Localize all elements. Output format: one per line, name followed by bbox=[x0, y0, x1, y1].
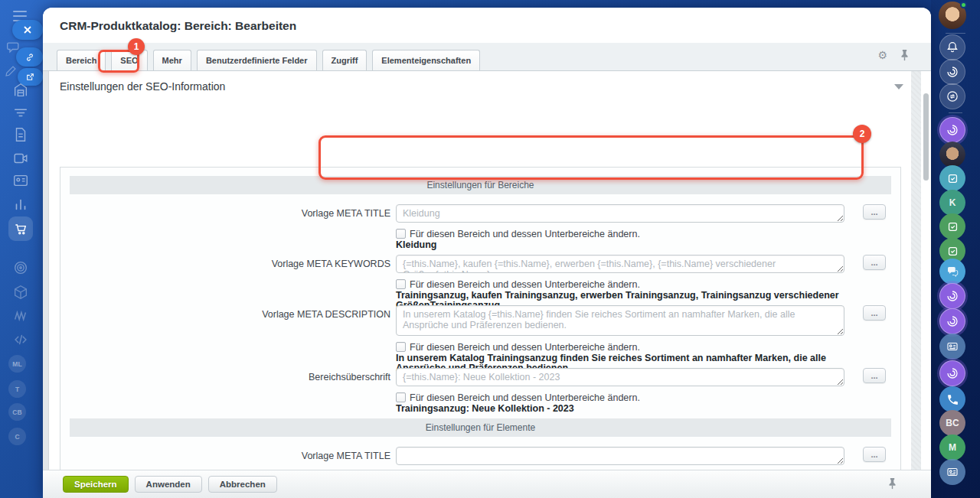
computed-preview: In unserem Katalog Trainingsanzug finden… bbox=[396, 353, 844, 363]
catalog-cube-icon[interactable] bbox=[12, 284, 29, 301]
chat-k[interactable]: K bbox=[939, 190, 965, 216]
open-in-new-icon bbox=[25, 72, 35, 82]
tab-mehr[interactable]: Mehr bbox=[153, 50, 191, 70]
checkbox[interactable] bbox=[396, 279, 406, 289]
apply-to-subsections-checkbox-row[interactable]: Für diesen Bereich und dessen Unterberei… bbox=[396, 392, 844, 402]
apply-to-subsections-checkbox-row[interactable]: Für diesen Bereich und dessen Unterberei… bbox=[396, 342, 844, 352]
pin-icon[interactable] bbox=[887, 477, 897, 490]
checkbox[interactable] bbox=[396, 342, 406, 352]
tab-benutzerdefinierte-felder[interactable]: Benutzerdefinierte Felder bbox=[197, 50, 317, 70]
copy-link-button[interactable] bbox=[16, 47, 43, 67]
background-slider-edge bbox=[911, 71, 921, 498]
more-button[interactable]: ... bbox=[863, 305, 886, 321]
edit-icon bbox=[4, 64, 18, 78]
contacts-icon[interactable] bbox=[12, 172, 29, 189]
store-icon[interactable] bbox=[12, 82, 29, 99]
bell-icon bbox=[946, 41, 959, 54]
more-button[interactable]: ... bbox=[863, 447, 886, 462]
field-row-meta-title: Vorlage META TITLE Für diesen Bereich un… bbox=[70, 204, 891, 250]
section-heading-input[interactable] bbox=[396, 368, 844, 386]
footer-bar: Speichern Anwenden Abbrechen bbox=[43, 470, 931, 498]
slider-panel: CRM-Produktkatalog: Bereich: Bearbeiten … bbox=[43, 8, 931, 498]
avatar-initials: CB bbox=[12, 408, 21, 416]
apply-to-subsections-checkbox-row[interactable]: Für diesen Bereich und dessen Unterberei… bbox=[396, 279, 844, 289]
checkbox-label: Für diesen Bereich und dessen Unterberei… bbox=[410, 392, 640, 403]
collapse-arrow-icon[interactable] bbox=[894, 84, 903, 90]
feed-icon[interactable] bbox=[12, 104, 29, 121]
copilot-button[interactable] bbox=[939, 59, 965, 85]
pin-icon[interactable] bbox=[900, 49, 910, 61]
more-button[interactable]: ... bbox=[863, 255, 886, 270]
crm-chat-2[interactable] bbox=[939, 459, 965, 485]
left-avatar-ml[interactable]: ML bbox=[8, 355, 26, 373]
meta-title-input[interactable] bbox=[396, 204, 844, 223]
link-icon bbox=[24, 52, 35, 63]
chat-history-button[interactable] bbox=[939, 83, 965, 109]
copilot-chat-2[interactable] bbox=[939, 283, 965, 309]
seo-form: Einstellungen für Bereiche Vorlage META … bbox=[60, 167, 901, 470]
checkbox-label: Für diesen Bereich und dessen Unterberei… bbox=[410, 279, 640, 290]
copilot-chat[interactable] bbox=[939, 117, 965, 143]
marketing-icon[interactable] bbox=[12, 308, 29, 324]
more-button[interactable]: ... bbox=[863, 368, 886, 383]
chat-initial: M bbox=[949, 442, 956, 453]
checkbox-label: Für diesen Bereich und dessen Unterberei… bbox=[410, 342, 640, 353]
field-row-element-meta-title: Vorlage META TITLE Für Elemente dieses B… bbox=[70, 447, 891, 470]
video-icon[interactable] bbox=[12, 150, 29, 167]
analytics-icon[interactable] bbox=[12, 196, 29, 213]
crm-card-icon bbox=[946, 340, 959, 353]
field-label: Vorlage META KEYWORDS bbox=[70, 255, 396, 269]
crm-target-icon[interactable] bbox=[12, 259, 29, 276]
save-button[interactable]: Speichern bbox=[63, 476, 129, 493]
crm-chat[interactable] bbox=[939, 334, 965, 360]
meta-description-input[interactable] bbox=[396, 305, 844, 336]
chat-initial: K bbox=[949, 197, 956, 208]
tab-elementeigenschaften[interactable]: Elementeigenschaften bbox=[372, 50, 480, 70]
online-status-dot bbox=[960, 2, 967, 8]
checkbox-label: Für diesen Bereich und dessen Unterberei… bbox=[410, 229, 640, 239]
computed-preview: Trainingsanzug, kaufen Trainingsanzug, e… bbox=[396, 291, 844, 301]
gear-icon[interactable]: ⚙ bbox=[877, 50, 887, 60]
document-icon[interactable] bbox=[12, 126, 29, 143]
scrollbar-thumb[interactable] bbox=[923, 93, 929, 181]
checkbox[interactable] bbox=[396, 392, 406, 402]
tab-zugriff[interactable]: Zugriff bbox=[322, 50, 368, 70]
element-meta-title-input[interactable] bbox=[396, 447, 844, 465]
panel-edge-shade bbox=[43, 71, 49, 498]
meta-keywords-input[interactable] bbox=[396, 255, 844, 273]
close-sidebar-button[interactable] bbox=[12, 20, 43, 40]
sidebar-item-shop-active[interactable] bbox=[8, 216, 33, 241]
support-chat[interactable] bbox=[939, 259, 965, 285]
more-button[interactable]: ... bbox=[863, 204, 886, 220]
copilot-chat-3[interactable] bbox=[939, 308, 965, 334]
screen: ML T CB C CRM-Produktkatalog: Bereich: B… bbox=[0, 0, 980, 498]
notifications-button[interactable] bbox=[939, 34, 965, 60]
copilot-icon bbox=[946, 289, 959, 303]
chat-bc[interactable]: BC bbox=[939, 410, 965, 436]
call-chat[interactable] bbox=[939, 386, 965, 412]
avatar-initials: C bbox=[15, 433, 19, 441]
apply-button[interactable]: Anwenden bbox=[135, 476, 202, 493]
left-avatar-cb[interactable]: CB bbox=[8, 403, 26, 421]
close-icon bbox=[23, 25, 32, 34]
tab-bereich[interactable]: Bereich bbox=[57, 50, 106, 70]
task-chat-teal[interactable] bbox=[939, 165, 965, 191]
chat-m[interactable]: M bbox=[939, 435, 965, 461]
divider bbox=[949, 112, 962, 113]
field-row-bereichsueberschrift: Bereichsüberschrift Für diesen Bereich u… bbox=[70, 368, 891, 414]
code-icon[interactable] bbox=[12, 331, 29, 348]
avatar-initials: T bbox=[15, 386, 19, 393]
copilot-icon bbox=[946, 366, 959, 380]
tab-seo[interactable]: SEO bbox=[111, 50, 147, 70]
cancel-button[interactable]: Abbrechen bbox=[208, 476, 277, 493]
apply-to-subsections-checkbox-row[interactable]: Für diesen Bereich und dessen Unterberei… bbox=[396, 229, 844, 239]
left-avatar-t[interactable]: T bbox=[8, 380, 26, 398]
checkbox[interactable] bbox=[396, 229, 406, 239]
task-chat-green[interactable] bbox=[939, 213, 965, 239]
copilot-icon bbox=[946, 65, 959, 79]
contact-avatar[interactable] bbox=[939, 142, 965, 168]
task-check-icon bbox=[946, 245, 959, 258]
copilot-chat-4[interactable] bbox=[939, 360, 965, 386]
left-avatar-c[interactable]: C bbox=[8, 428, 26, 445]
computed-preview: Trainingsanzug: Neue Kollektion - 2023 bbox=[396, 404, 844, 414]
